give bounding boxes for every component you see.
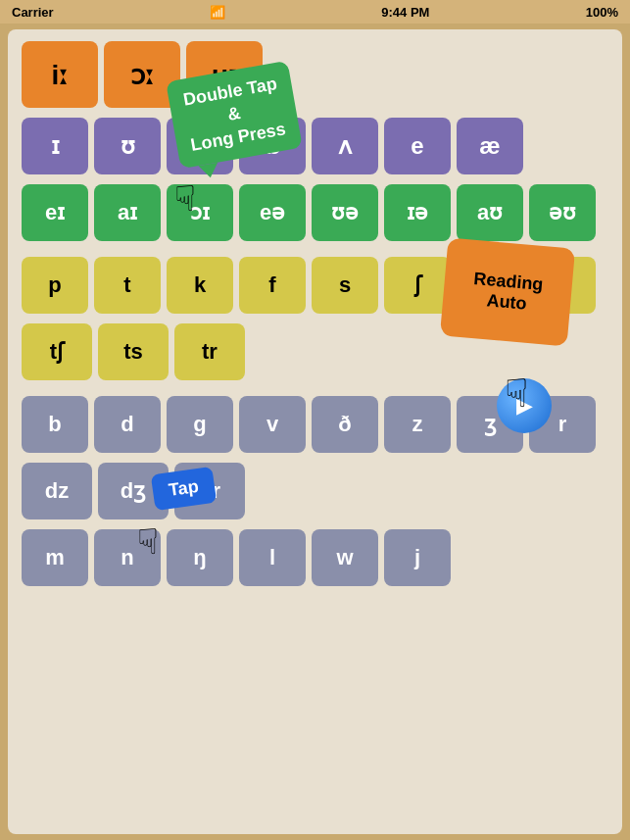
key-t[interactable]: t	[94, 257, 161, 314]
key-i[interactable]: ɪ	[22, 118, 88, 174]
key-p[interactable]: p	[22, 257, 88, 314]
key-th[interactable]: ð	[312, 396, 378, 453]
key-ou[interactable]: əʊ	[529, 184, 596, 241]
key-ua[interactable]: ʊə	[312, 184, 378, 241]
key-ts[interactable]: ts	[98, 323, 169, 380]
key-ii[interactable]: iː	[22, 41, 98, 108]
key-dz[interactable]: dz	[22, 463, 92, 519]
key-ea[interactable]: eə	[239, 184, 306, 241]
reading-circle-button[interactable]: ▶	[497, 378, 552, 433]
key-u[interactable]: ʊ	[94, 118, 161, 174]
key-ia[interactable]: ɪə	[384, 184, 451, 241]
key-au[interactable]: aʊ	[457, 184, 523, 241]
key-oi[interactable]: ɔɪ	[167, 184, 233, 241]
time-label: 9:44 PM	[381, 5, 429, 20]
key-f[interactable]: f	[239, 257, 306, 314]
key-ei[interactable]: eɪ	[22, 184, 88, 241]
key-tr[interactable]: tr	[174, 323, 245, 380]
key-sh[interactable]: ʃ	[384, 257, 451, 314]
key-s[interactable]: s	[312, 257, 378, 314]
key-l[interactable]: l	[239, 529, 306, 586]
key-uu[interactable]: uː	[186, 41, 263, 108]
key-zh[interactable]: ʒ	[457, 257, 523, 314]
key-n[interactable]: n	[94, 529, 161, 586]
key-tsh[interactable]: tʃ	[22, 323, 92, 380]
key-h[interactable]: h	[529, 257, 596, 314]
diphthong-row: eɪ aɪ ɔɪ eə ʊə ɪə aʊ əʊ	[22, 184, 608, 241]
affricate-row-voiceless: tʃ ts tr	[22, 323, 608, 380]
key-z[interactable]: z	[384, 396, 451, 453]
consonant-row-voiceless: p t k f s ʃ ʒ h	[22, 257, 608, 314]
key-oo[interactable]: ɔː	[104, 41, 180, 108]
key-dr[interactable]: dr	[174, 463, 245, 519]
key-ai[interactable]: aɪ	[94, 184, 161, 241]
affricate-row-voiced: dz dʒ dr	[22, 463, 608, 519]
carrier-label: Carrier	[12, 5, 54, 20]
key-d[interactable]: d	[94, 396, 161, 453]
vowel-row-long: iː ɔː uː	[22, 41, 608, 108]
vowel-row-short: ɪ ʊ ə ɒ ʌ e æ	[22, 118, 608, 174]
key-dzh[interactable]: dʒ	[98, 463, 169, 519]
key-schwa[interactable]: ə	[167, 118, 233, 174]
key-e[interactable]: e	[384, 118, 451, 174]
key-v[interactable]: v	[239, 396, 306, 453]
key-j[interactable]: j	[384, 529, 451, 586]
key-k[interactable]: k	[167, 257, 233, 314]
main-content: iː ɔː uː ɪ ʊ ə ɒ ʌ e æ eɪ aɪ ɔɪ eə ʊə ɪə…	[8, 29, 622, 834]
key-ae[interactable]: æ	[457, 118, 523, 174]
status-bar: Carrier 📶 9:44 PM 100%	[0, 0, 630, 24]
key-ng[interactable]: ŋ	[167, 529, 233, 586]
key-m[interactable]: m	[22, 529, 88, 586]
nasal-row: m n ŋ l w j	[22, 529, 608, 586]
key-o[interactable]: ɒ	[239, 118, 306, 174]
wifi-icon: 📶	[210, 5, 225, 20]
battery-label: 100%	[586, 5, 618, 20]
key-g[interactable]: g	[167, 396, 233, 453]
key-w[interactable]: w	[312, 529, 378, 586]
key-a[interactable]: ʌ	[312, 118, 378, 174]
key-b[interactable]: b	[22, 396, 88, 453]
